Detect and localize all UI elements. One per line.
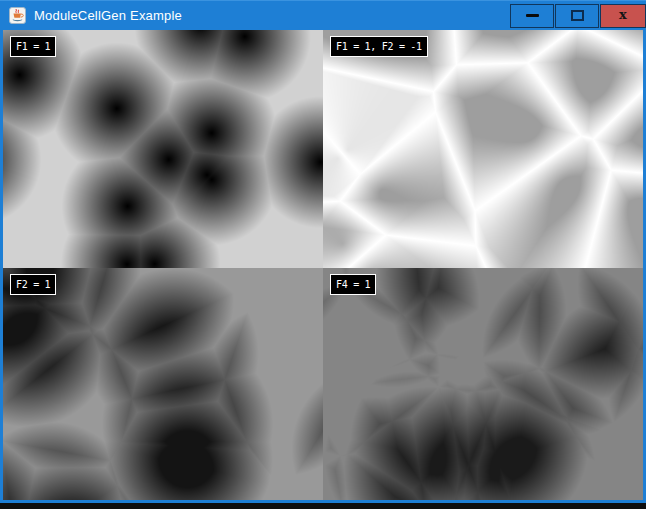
cellgen-grid: F1 = 1 F1 = 1, F2 = -1 F2 = 1 F4 = 1	[0, 30, 646, 503]
close-button[interactable]: x	[600, 4, 646, 28]
close-icon: x	[619, 8, 627, 21]
app-window: ModuleCellGen Example x F1 = 1 F1 = 1, F…	[0, 0, 646, 503]
cellgen-canvas-f4	[323, 268, 643, 500]
cellgen-canvas-f1	[3, 30, 323, 268]
quadrant-label-f4: F4 = 1	[330, 274, 376, 295]
window-controls: x	[509, 1, 646, 30]
maximize-button[interactable]	[555, 4, 599, 28]
minimize-button[interactable]	[510, 4, 554, 28]
maximize-icon	[571, 10, 584, 21]
quadrant-label-f1: F1 = 1	[10, 36, 56, 57]
cellgen-canvas-f1f2	[323, 30, 643, 268]
quadrant-f4: F4 = 1	[323, 268, 643, 500]
java-app-icon	[9, 7, 26, 24]
minimize-icon	[526, 14, 539, 17]
cellgen-canvas-f2	[3, 268, 323, 500]
quadrant-f1: F1 = 1	[3, 30, 323, 268]
titlebar[interactable]: ModuleCellGen Example x	[0, 0, 646, 30]
quadrant-label-f1f2: F1 = 1, F2 = -1	[330, 36, 428, 57]
window-title: ModuleCellGen Example	[34, 8, 182, 23]
quadrant-label-f2: F2 = 1	[10, 274, 56, 295]
quadrant-f1f2: F1 = 1, F2 = -1	[323, 30, 643, 268]
quadrant-f2: F2 = 1	[3, 268, 323, 500]
